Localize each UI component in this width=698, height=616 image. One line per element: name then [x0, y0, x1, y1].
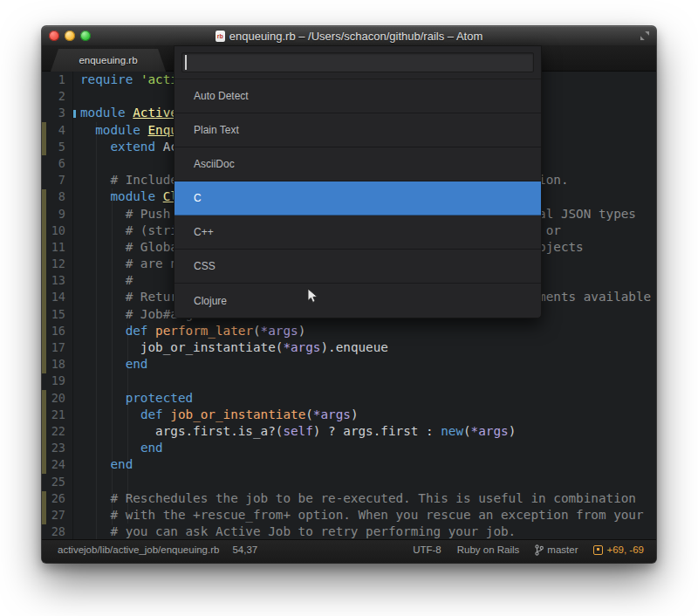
- document-icon: rb: [216, 31, 225, 42]
- code-line[interactable]: 17 job_or_instantiate(*args).enqueue: [42, 339, 656, 356]
- code-line[interactable]: 23 end: [42, 440, 656, 456]
- grammar-item[interactable]: Clojure: [174, 284, 541, 318]
- grammar-item[interactable]: C++: [174, 216, 541, 250]
- grammar-item[interactable]: Plain Text: [174, 113, 541, 147]
- line-number[interactable]: 20: [42, 390, 73, 407]
- line-number[interactable]: 24: [42, 456, 73, 473]
- status-branch-label: master: [547, 544, 578, 555]
- git-modified-marker: [42, 491, 46, 524]
- status-cursor-position[interactable]: 54,37: [232, 544, 257, 555]
- line-number[interactable]: 8: [42, 188, 73, 205]
- code-line[interactable]: 22 args.first.is_a?(self) ? args.first :…: [42, 423, 656, 440]
- status-diff[interactable]: +69, -69: [593, 544, 644, 555]
- grammar-item-selected[interactable]: C: [174, 181, 541, 216]
- line-number[interactable]: 26: [42, 490, 73, 507]
- line-number[interactable]: 23: [42, 440, 73, 456]
- tab-label: enqueuing.rb: [79, 55, 137, 65]
- status-bar: activejob/lib/active_job/enqueuing.rb 54…: [42, 539, 656, 563]
- tab-enqueuing-rb[interactable]: enqueuing.rb: [51, 49, 166, 72]
- status-grammar[interactable]: Ruby on Rails: [457, 544, 520, 555]
- line-number[interactable]: 11: [42, 239, 73, 256]
- code-line[interactable]: 24 end: [42, 456, 656, 473]
- code-text: #: [73, 272, 133, 289]
- status-encoding[interactable]: UTF-8: [413, 544, 441, 555]
- git-modified-marker: [42, 390, 46, 474]
- code-text: # with the +rescue_from+ option. When yo…: [73, 507, 644, 524]
- code-line[interactable]: 18 end: [42, 356, 656, 373]
- indent-guide: [96, 122, 97, 539]
- code-line[interactable]: 26 # Reschedules the job to be re-execut…: [42, 490, 656, 507]
- code-text: job_or_instantiate(*args).enqueue: [73, 339, 388, 356]
- code-line[interactable]: 28 # you can ask Active Job to retry per…: [42, 524, 656, 539]
- line-number[interactable]: 16: [42, 323, 73, 339]
- code-text: [73, 88, 80, 105]
- line-number[interactable]: 1: [42, 72, 73, 88]
- code-text: [73, 155, 80, 172]
- line-number[interactable]: 25: [42, 474, 73, 490]
- line-number[interactable]: 15: [42, 306, 73, 323]
- code-text: # you can ask Active Job to retry perfor…: [73, 524, 516, 539]
- git-modified-marker: [42, 122, 46, 155]
- code-text: def perform_later(*args): [73, 323, 305, 339]
- code-text: args.first.is_a?(self) ? args.first : ne…: [73, 423, 516, 440]
- status-file-path[interactable]: activejob/lib/active_job/enqueuing.rb: [58, 544, 219, 555]
- code-line[interactable]: 27 # with the +rescue_from+ option. When…: [42, 507, 656, 524]
- code-text: # Reschedules the job to be re-executed.…: [73, 490, 636, 507]
- code-text: end: [73, 356, 147, 373]
- line-number[interactable]: 21: [42, 407, 73, 423]
- code-line[interactable]: 16 def perform_later(*args): [42, 323, 656, 339]
- line-number[interactable]: 27: [42, 507, 73, 524]
- code-text: end: [73, 440, 163, 456]
- indent-guide: [112, 188, 113, 525]
- text-cursor: [185, 55, 187, 70]
- line-number[interactable]: 9: [42, 206, 73, 222]
- line-number[interactable]: 12: [42, 256, 73, 272]
- gutter-tick-marker: [73, 110, 76, 118]
- line-number[interactable]: 19: [42, 373, 73, 389]
- code-text: [73, 474, 80, 490]
- line-number[interactable]: 28: [42, 524, 73, 539]
- code-text: def job_or_instantiate(*args): [73, 407, 359, 423]
- status-branch[interactable]: master: [535, 544, 578, 556]
- code-text: end: [73, 456, 133, 473]
- grammar-search-input[interactable]: [181, 52, 534, 72]
- line-number[interactable]: 13: [42, 272, 73, 289]
- diff-modified-icon: [593, 545, 603, 555]
- line-number[interactable]: 4: [42, 122, 73, 139]
- code-text: [73, 373, 80, 389]
- grammar-list: Auto DetectPlain TextAsciiDocCC++CSSCloj…: [174, 79, 541, 318]
- code-text: protected: [73, 390, 193, 407]
- git-modified-marker: [42, 189, 46, 373]
- line-number[interactable]: 6: [42, 155, 73, 172]
- window-title: enqueuing.rb – /Users/schacon/github/rai…: [229, 30, 483, 43]
- line-number[interactable]: 18: [42, 356, 73, 373]
- line-number[interactable]: 14: [42, 289, 73, 305]
- line-number[interactable]: 17: [42, 339, 73, 356]
- grammar-item[interactable]: CSS: [174, 250, 541, 284]
- code-line[interactable]: 21 def job_or_instantiate(*args): [42, 407, 656, 423]
- line-number[interactable]: 22: [42, 423, 73, 440]
- code-line[interactable]: 20 protected: [42, 390, 656, 407]
- fullscreen-icon[interactable]: [640, 31, 650, 41]
- grammar-item[interactable]: AsciiDoc: [174, 147, 541, 181]
- line-number[interactable]: 3: [42, 105, 73, 121]
- code-line[interactable]: 25: [42, 474, 656, 490]
- code-line[interactable]: 19: [42, 373, 656, 389]
- line-number[interactable]: 10: [42, 222, 73, 239]
- line-number[interactable]: 7: [42, 172, 73, 188]
- line-number[interactable]: 5: [42, 139, 73, 155]
- status-diff-label: +69, -69: [606, 544, 644, 555]
- indent-guide: [127, 323, 128, 524]
- grammar-item[interactable]: Auto Detect: [174, 79, 541, 113]
- atom-window: rb enqueuing.rb – /Users/schacon/github/…: [42, 26, 656, 563]
- git-branch-icon: [535, 544, 544, 556]
- grammar-selector-overlay: Auto DetectPlain TextAsciiDocCC++CSSCloj…: [174, 45, 542, 318]
- line-number[interactable]: 2: [42, 88, 73, 105]
- titlebar[interactable]: rb enqueuing.rb – /Users/schacon/github/…: [42, 26, 656, 45]
